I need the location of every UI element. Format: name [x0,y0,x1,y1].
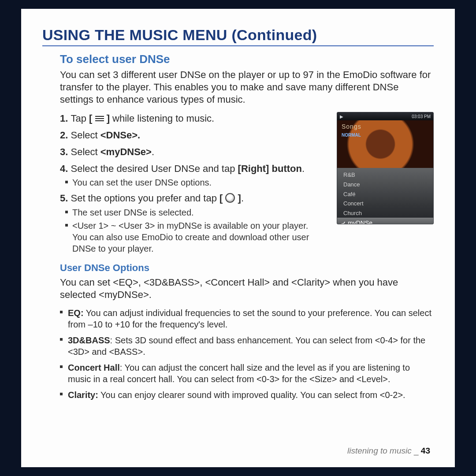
device-list-item: Café [337,190,433,199]
device-status-bar: ▶ 03:03 PM [337,112,433,120]
section-intro: You can set 3 different user DNSe on the… [60,69,434,106]
device-list-item: Concert [337,199,433,208]
hamburger-menu-icon [95,115,104,123]
title-rule [42,45,434,46]
steps-list: 1. Tap [ ] while listening to music. 2. … [60,112,320,254]
footer-section: listening to music [347,446,412,455]
option-clarity: Clarity: You can enjoy clearer sound wit… [60,389,434,401]
option-eq: EQ: You can adjust individual frequencie… [60,307,434,330]
device-tab-label: Songs [342,123,361,130]
device-album-art: Songs NORMAL [337,120,433,168]
device-screenshot: ▶ 03:03 PM Songs NORMAL R&B Dance Café C… [337,112,434,224]
device-play-icon: ▶ [340,114,343,119]
step-3: 3. Select <myDNSe>. [60,145,320,159]
page-footer: listening to music _ 43 [347,446,430,456]
page-title: USING THE MUSIC MENU (Continued) [42,26,434,44]
page-number: 43 [421,446,430,455]
step-1: 1. Tap [ ] while listening to music. [60,112,320,125]
device-list-item: Dance [337,180,433,190]
step-5-note-1: The set user DNSe is selected. [60,207,320,218]
device-list-item: Church [337,208,433,218]
step-4-note: You can set the user DNSe options. [60,177,320,188]
steps-block: 1. Tap [ ] while listening to music. 2. … [60,112,434,254]
ok-button-icon [225,193,235,203]
step-2: 2. Select <DNSe>. [60,129,320,142]
manual-page: USING THE MUSIC MENU (Continued) To sele… [21,9,455,467]
device-dnse-list: R&B Dance Café Concert Church myDNSe [337,168,433,224]
section-heading-options: User DNSe Options [60,262,434,274]
device-time: 03:03 PM [412,114,431,119]
device-mode-badge: NORMAL [342,133,361,138]
option-3dbass: 3D&BASS: Sets 3D sound effect and bass e… [60,335,434,357]
device-list-item-selected: myDNSe [337,218,433,224]
section-heading-select-dnse: To select user DNSe [60,52,434,66]
options-list: EQ: You can adjust individual frequencie… [60,307,434,401]
options-intro: You can set <EQ>, <3D&BASS>, <Concert Ha… [60,276,434,301]
device-list-item: R&B [337,170,433,180]
step-5: 5. Set the options you prefer and tap [ … [60,192,320,254]
step-4: 4. Select the desired User DNSe and tap … [60,162,320,189]
option-concert-hall: Concert Hall: You can adjust the concert… [60,362,434,385]
step-5-note-2: <User 1> ~ <User 3> in myDNSe is availab… [60,220,320,254]
